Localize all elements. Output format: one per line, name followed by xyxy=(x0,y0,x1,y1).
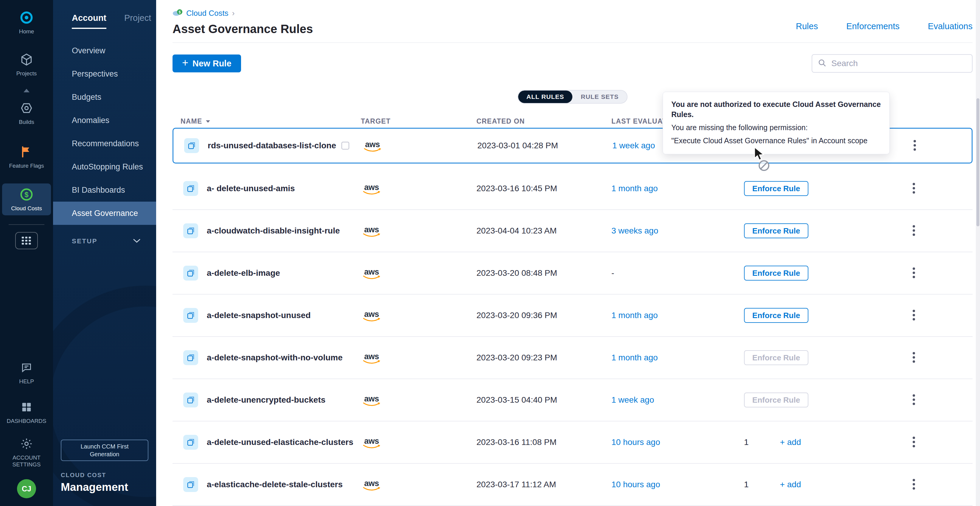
sidebar-footer: Launch CCM First Generation CLOUD COST M… xyxy=(53,439,156,506)
permission-tooltip: You are not authorized to execute Cloud … xyxy=(663,92,890,154)
rule-name[interactable]: a-delete-unused-elasticache-clusters xyxy=(207,438,353,447)
sidebar-item-anomalies[interactable]: Anomalies xyxy=(53,109,156,132)
rail-item-help[interactable]: HELP xyxy=(2,357,51,389)
enforce-rule-button[interactable]: Enforce Rule xyxy=(744,308,808,323)
sidebar-item-budgets[interactable]: Budgets xyxy=(53,86,156,109)
kebab-menu[interactable] xyxy=(913,479,972,490)
new-rule-button[interactable]: + New Rule xyxy=(172,54,241,72)
kebab-menu[interactable] xyxy=(913,352,972,363)
column-header-name[interactable]: NAME xyxy=(181,117,361,125)
last-evaluation: 1 week ago xyxy=(611,395,744,405)
chat-bubble-icon xyxy=(19,360,34,375)
sidebar-item-autostopping-rules[interactable]: AutoStopping Rules xyxy=(53,155,156,178)
enforce-rule-button[interactable]: Enforce Rule xyxy=(744,350,808,365)
rule-name[interactable]: a-delete-snapshot-unused xyxy=(207,311,310,320)
copy-icon[interactable] xyxy=(342,142,349,149)
sidebar-item-perspectives[interactable]: Perspectives xyxy=(53,62,156,86)
kebab-menu[interactable] xyxy=(913,310,972,321)
kebab-menu[interactable] xyxy=(913,140,972,151)
rule-name[interactable]: a-cloudwatch-disable-insight-rule xyxy=(207,226,340,236)
nav-link-evaluations[interactable]: Evaluations xyxy=(928,21,972,31)
toggle-rule-sets[interactable]: RULE SETS xyxy=(573,90,627,103)
table-row[interactable]: a-delete-snapshot-unused aws 2023-03-20 … xyxy=(172,295,972,337)
module-sidebar: Account Project Overview Perspectives Bu… xyxy=(53,0,156,506)
rail-item-dashboards[interactable]: DASHBOARDS xyxy=(2,396,51,428)
page-header: $ Cloud Costs › Asset Governance Rules R… xyxy=(172,0,972,43)
scrollbar-thumb[interactable] xyxy=(977,98,979,226)
last-evaluation: 1 month ago xyxy=(611,184,744,193)
module-grid-button[interactable] xyxy=(15,232,38,249)
rail-item-account-settings[interactable]: ACCOUNT SETTINGS xyxy=(2,433,51,471)
aws-logo: aws xyxy=(361,226,382,237)
tab-project[interactable]: Project xyxy=(124,13,151,29)
table-row[interactable]: a-delete-unused-elasticache-clusters aws… xyxy=(172,422,972,464)
rail-item-projects[interactable]: Projects xyxy=(2,49,51,81)
toolbar: + New Rule xyxy=(172,54,972,73)
tooltip-line: "Execute Cloud Asset Governance Rules" i… xyxy=(671,135,881,146)
setup-label: SETUP xyxy=(72,237,97,245)
column-header-created-on[interactable]: CREATED ON xyxy=(476,117,611,125)
sidebar-item-bi-dashboards[interactable]: BI Dashboards xyxy=(53,178,156,201)
enforce-rule-button[interactable]: Enforce Rule xyxy=(744,224,808,238)
aws-logo: aws xyxy=(361,268,382,279)
nav-link-rules[interactable]: Rules xyxy=(796,21,818,31)
rail-item-cloud-costs[interactable]: $ Cloud Costs xyxy=(2,184,51,215)
cube-icon xyxy=(19,52,34,67)
tab-account[interactable]: Account xyxy=(72,13,107,29)
sidebar-item-recommendations[interactable]: Recommendations xyxy=(53,132,156,155)
user-avatar[interactable]: CJ xyxy=(17,479,36,498)
toggle-all-rules[interactable]: ALL RULES xyxy=(518,90,573,103)
launch-ccm-first-gen-button[interactable]: Launch CCM First Generation xyxy=(61,439,148,461)
rail-item-feature-flags[interactable]: Feature Flags xyxy=(2,141,51,173)
kebab-menu[interactable] xyxy=(913,394,972,406)
add-enforcement-link[interactable]: + add xyxy=(780,480,801,489)
table-row[interactable]: a-delete-snapshot-with-no-volume aws 202… xyxy=(172,337,972,379)
kebab-menu[interactable] xyxy=(913,225,972,236)
rule-name[interactable]: a- delete-unused-amis xyxy=(207,184,295,193)
aws-logo: aws xyxy=(361,184,382,195)
kebab-menu[interactable] xyxy=(913,267,972,279)
aws-logo: aws xyxy=(362,141,383,152)
table-row[interactable]: a-delete-unencrypted-buckets aws 2023-03… xyxy=(172,379,972,422)
collapse-caret-icon[interactable] xyxy=(22,88,31,94)
setup-section[interactable]: SETUP xyxy=(53,237,156,245)
mouse-cursor-icon xyxy=(753,146,766,162)
main-content: $ Cloud Costs › Asset Governance Rules R… xyxy=(156,0,980,506)
rail-item-home[interactable]: Home xyxy=(2,6,51,38)
add-enforcement-link[interactable]: + add xyxy=(780,438,801,447)
table-row[interactable]: a-delete-elb-image aws 2023-03-20 08:48 … xyxy=(172,252,972,295)
rule-icon xyxy=(183,266,198,281)
kebab-menu[interactable] xyxy=(913,436,972,448)
breadcrumb-link[interactable]: Cloud Costs xyxy=(186,9,229,18)
search-input[interactable] xyxy=(831,59,967,68)
rules-table: rds-unused-databases-list-clone aws 2023… xyxy=(172,127,972,506)
table-row[interactable]: a-elasticache-delete-stale-clusters aws … xyxy=(172,464,972,506)
created-on: 2023-03-20 08:48 PM xyxy=(476,268,611,278)
enforce-rule-button[interactable]: Enforce Rule xyxy=(744,181,808,196)
rail-item-builds[interactable]: Builds xyxy=(2,97,51,129)
enforcement-count: 1 xyxy=(744,480,749,489)
sidebar-item-asset-governance[interactable]: Asset Governance xyxy=(53,201,156,225)
enforce-rule-button[interactable]: Enforce Rule xyxy=(744,393,808,408)
plus-icon: + xyxy=(182,57,188,68)
rail-item-label: Feature Flags xyxy=(9,162,44,169)
sidebar-item-overview[interactable]: Overview xyxy=(53,39,156,62)
aws-logo: aws xyxy=(361,353,382,364)
rule-name[interactable]: a-elasticache-delete-stale-clusters xyxy=(207,480,343,489)
rule-name[interactable]: a-delete-elb-image xyxy=(207,268,280,278)
table-row[interactable]: a- delete-unused-amis aws 2023-03-16 10:… xyxy=(172,168,972,210)
rule-name[interactable]: rds-unused-databases-list-clone xyxy=(208,141,336,151)
kebab-menu[interactable] xyxy=(913,183,972,194)
rule-name[interactable]: a-delete-unencrypted-buckets xyxy=(207,395,325,405)
rail-item-label: Projects xyxy=(16,70,37,77)
created-on: 2023-03-20 09:36 PM xyxy=(476,311,611,320)
nav-link-enforcements[interactable]: Enforcements xyxy=(846,21,900,31)
column-header-target[interactable]: TARGET xyxy=(361,117,476,125)
rule-icon xyxy=(183,181,198,196)
table-row[interactable]: a-cloudwatch-disable-insight-rule aws 20… xyxy=(172,210,972,252)
last-evaluation: 3 weeks ago xyxy=(611,226,744,236)
last-evaluation: 1 month ago xyxy=(611,311,744,320)
rule-name[interactable]: a-delete-snapshot-with-no-volume xyxy=(207,353,343,362)
enforce-rule-button[interactable]: Enforce Rule xyxy=(744,266,808,281)
search-box[interactable] xyxy=(811,54,972,73)
